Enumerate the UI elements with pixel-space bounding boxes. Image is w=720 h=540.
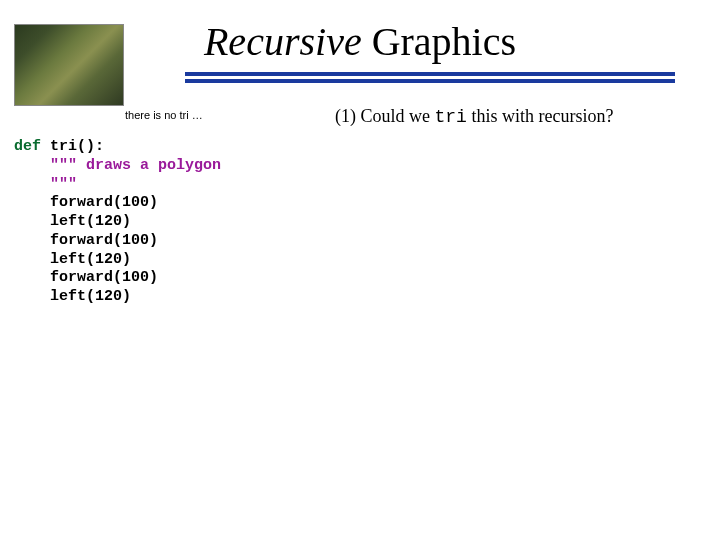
question-number: (1) [335, 106, 356, 126]
code-line: forward(100) [50, 232, 158, 249]
question-after: this with recursion? [467, 106, 613, 126]
yoda-caption: there is no tri … [125, 109, 203, 121]
code-indent [14, 232, 50, 249]
title-underline [185, 72, 675, 86]
code-indent [14, 194, 50, 211]
code-line: forward(100) [50, 269, 158, 286]
code-line: left(120) [50, 213, 131, 230]
code-indent [14, 288, 50, 305]
code-keyword: def [14, 138, 41, 155]
underline-bar [185, 79, 675, 83]
code-line: left(120) [50, 288, 131, 305]
code-line: forward(100) [50, 194, 158, 211]
title-rest: Graphics [362, 19, 516, 64]
question-before: Could we [356, 106, 435, 126]
code-line: left(120) [50, 251, 131, 268]
underline-bar [185, 72, 675, 76]
yoda-image [14, 24, 124, 106]
code-indent [14, 251, 50, 268]
code-def-rest: tri(): [41, 138, 104, 155]
code-indent [14, 157, 50, 174]
code-indent [14, 269, 50, 286]
code-indent [14, 176, 50, 193]
code-block: def tri(): """ draws a polygon """ forwa… [14, 138, 221, 307]
question-text: (1) Could we tri this with recursion? [335, 106, 613, 127]
title-italic: Recursive [204, 19, 362, 64]
code-indent [14, 213, 50, 230]
code-docstring-close: """ [50, 176, 77, 193]
code-docstring-open: """ draws a polygon [50, 157, 221, 174]
question-mono: tri [435, 107, 467, 127]
